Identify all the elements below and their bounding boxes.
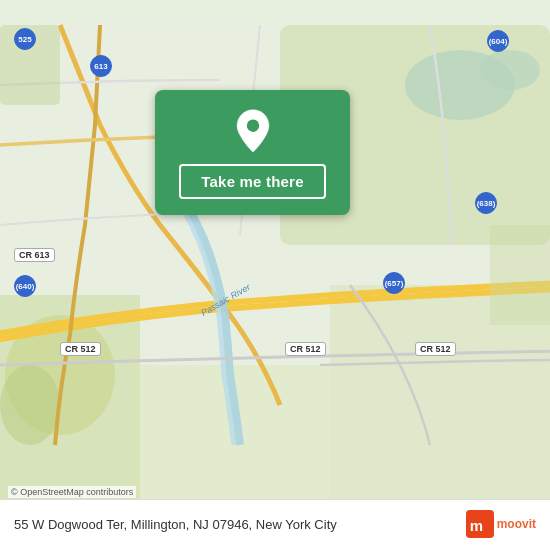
badge-525: 525 — [14, 28, 36, 50]
location-pin-icon — [230, 108, 276, 154]
badge-638: (638) — [475, 192, 497, 214]
badge-657: (657) — [383, 272, 405, 294]
badge-cr512a: CR 512 — [60, 342, 101, 356]
svg-point-11 — [246, 120, 258, 132]
badge-613: 613 — [90, 55, 112, 77]
svg-point-8 — [0, 365, 60, 445]
moovit-name: moovit — [497, 517, 536, 531]
svg-rect-10 — [490, 225, 550, 325]
take-me-there-button[interactable]: Take me there — [179, 164, 325, 199]
map-container: 525 613 CR 613 (640) (638) (604) (657) C… — [0, 0, 550, 550]
badge-604: (604) — [487, 30, 509, 52]
svg-text:m: m — [469, 517, 482, 534]
map-attribution: © OpenStreetMap contributors — [8, 486, 136, 498]
take-me-there-card: Take me there — [155, 90, 350, 215]
badge-cr512b: CR 512 — [285, 342, 326, 356]
moovit-logo: m moovit — [466, 510, 536, 538]
badge-cr613: CR 613 — [14, 248, 55, 262]
address-text: 55 W Dogwood Ter, Millington, NJ 07946, … — [14, 517, 466, 532]
badge-cr512c: CR 512 — [415, 342, 456, 356]
moovit-icon: m — [466, 510, 494, 538]
moovit-label: moovit — [497, 517, 536, 531]
bottom-bar: 55 W Dogwood Ter, Millington, NJ 07946, … — [0, 499, 550, 550]
badge-640: (640) — [14, 275, 36, 297]
